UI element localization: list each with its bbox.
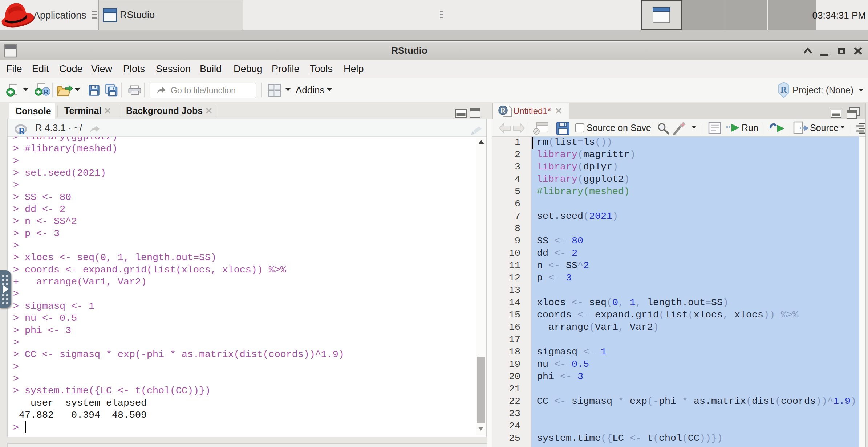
svg-text:R: R xyxy=(44,89,49,96)
svg-text:R: R xyxy=(19,126,25,136)
svg-text:R: R xyxy=(500,107,506,115)
svg-text:R: R xyxy=(780,85,787,94)
